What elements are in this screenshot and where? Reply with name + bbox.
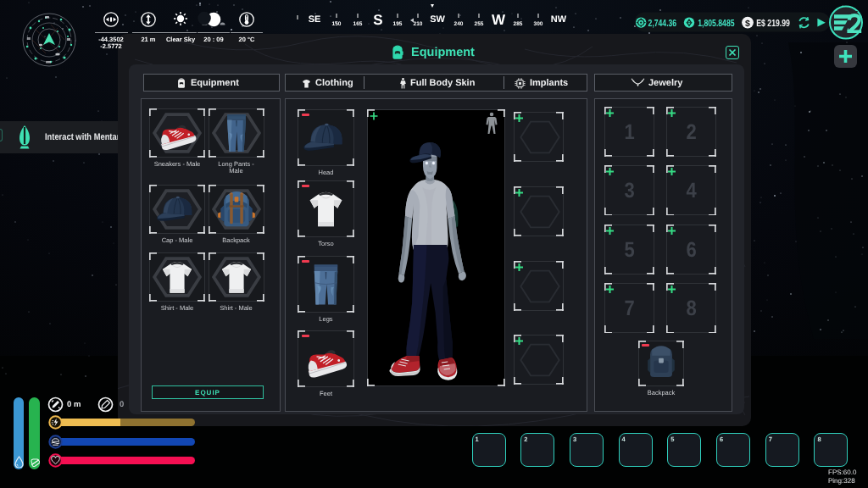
svg-text:20 : 09: 20 : 09 <box>203 36 223 43</box>
svg-text:$: $ <box>745 19 750 29</box>
svg-text:255: 255 <box>475 21 484 27</box>
svg-text:20 °C: 20 °C <box>239 36 255 43</box>
svg-text:21 m: 21 m <box>141 36 155 43</box>
svg-text:S: S <box>373 12 382 28</box>
svg-text:NW: NW <box>551 14 567 25</box>
svg-text:300: 300 <box>534 21 543 27</box>
svg-text:1,805.8485: 1,805.8485 <box>698 19 735 29</box>
svg-text:Clear Sky: Clear Sky <box>166 36 196 43</box>
svg-text:150: 150 <box>332 21 342 27</box>
svg-text:240: 240 <box>454 21 464 27</box>
svg-text:-2.5772: -2.5772 <box>100 42 121 50</box>
svg-text:SW: SW <box>430 14 445 25</box>
svg-text:210: 210 <box>414 21 423 27</box>
svg-text:165: 165 <box>353 21 363 27</box>
svg-text:E$ 219.99: E$ 219.99 <box>756 19 790 29</box>
svg-text:SE: SE <box>309 14 321 25</box>
svg-text:2,744.36: 2,744.36 <box>648 19 677 29</box>
svg-text:W: W <box>492 12 506 28</box>
svg-text:285: 285 <box>514 21 523 27</box>
svg-text:195: 195 <box>393 21 403 27</box>
